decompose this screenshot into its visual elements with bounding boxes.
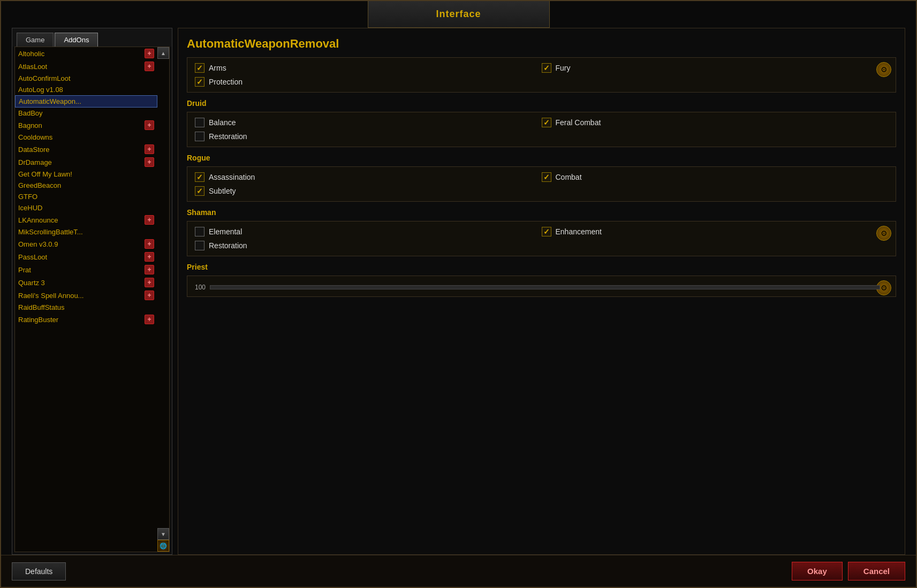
slider-left-value: 100 xyxy=(195,284,206,291)
addon-list-item[interactable]: BadBoy xyxy=(15,108,157,119)
checkbox-item[interactable]: Restoration xyxy=(195,241,542,250)
checkmark-icon: ✓ xyxy=(543,118,550,127)
addon-plus-icon[interactable]: + xyxy=(145,120,154,130)
checkbox-grid: ✓Assassination✓Combat✓Subtlety xyxy=(195,172,888,196)
addon-plus-icon[interactable]: + xyxy=(145,215,154,225)
addon-item-name: DataStore xyxy=(18,146,50,154)
addon-list-item[interactable]: Altoholic+ xyxy=(15,47,157,60)
checkbox-item[interactable]: Restoration xyxy=(195,132,542,141)
checkbox-box[interactable] xyxy=(195,227,204,236)
checkbox-item[interactable]: ✓Enhancement xyxy=(542,227,889,236)
section-settings-icon[interactable]: ⚙ xyxy=(876,62,891,77)
addon-list-item[interactable]: Prat+ xyxy=(15,263,157,276)
checkbox-box[interactable]: ✓ xyxy=(195,186,204,196)
checkbox-box[interactable]: ✓ xyxy=(542,118,551,127)
checkbox-label: Enhancement xyxy=(556,227,602,236)
okay-button[interactable]: Okay xyxy=(792,562,843,581)
section-box: ✓Assassination✓Combat✓Subtlety xyxy=(187,166,896,202)
checkbox-label: Arms xyxy=(209,64,226,72)
addon-list-item[interactable]: IceHUD xyxy=(15,202,157,213)
addon-plus-icon[interactable]: + xyxy=(145,144,154,154)
checkmark-icon: ✓ xyxy=(196,64,203,72)
addon-plus-icon[interactable]: + xyxy=(145,157,154,167)
addon-plus-icon[interactable]: + xyxy=(145,239,154,249)
addon-list-item[interactable]: AutoLog v1.08 xyxy=(15,84,157,95)
addon-item-name: Raeli's Spell Annou... xyxy=(18,292,84,300)
tab-game[interactable]: Game xyxy=(17,33,54,47)
addon-list-item[interactable]: GTFO xyxy=(15,191,157,202)
addon-list[interactable]: Altoholic+AtlasLoot+AutoConfirmLootAutoL… xyxy=(15,47,169,552)
addon-list-item[interactable]: MikScrollingBattleT... xyxy=(15,226,157,238)
addon-plus-icon[interactable]: + xyxy=(145,278,154,287)
addon-list-item[interactable]: Bagnon+ xyxy=(15,119,157,132)
scroll-down-button[interactable]: ▼ xyxy=(157,528,169,540)
section-box: ⚙✓Arms✓Fury✓Protection xyxy=(187,57,896,93)
addon-item-name: IceHUD xyxy=(18,204,43,212)
checkbox-label: Elemental xyxy=(209,227,242,236)
addon-list-item[interactable]: RatingBuster+ xyxy=(15,313,157,326)
slider-track[interactable] xyxy=(210,285,880,289)
addon-plus-icon[interactable]: + xyxy=(145,315,154,324)
checkbox-item[interactable]: ✓Feral Combat xyxy=(542,118,889,127)
checkbox-label: Feral Combat xyxy=(556,118,601,127)
section-box: ⚙1000 xyxy=(187,276,896,297)
addon-list-item[interactable]: PassLoot+ xyxy=(15,250,157,263)
addon-title: AutomaticWeaponRemoval xyxy=(187,37,896,51)
addon-plus-icon[interactable]: + xyxy=(145,62,154,71)
checkbox-box[interactable]: ✓ xyxy=(542,172,551,182)
addon-list-item[interactable]: Quartz 3+ xyxy=(15,276,157,289)
tabs-container: Game AddOns xyxy=(12,28,172,47)
checkbox-box[interactable]: ✓ xyxy=(542,227,551,236)
addon-list-item[interactable]: RaidBuffStatus xyxy=(15,302,157,313)
checkbox-label: Restoration xyxy=(209,241,247,250)
addon-item-name: AutoConfirmLoot xyxy=(18,74,71,82)
left-panel: Game AddOns ▲ Altoholic+AtlasLoot+AutoCo… xyxy=(12,28,172,555)
addon-plus-icon[interactable]: + xyxy=(145,291,154,300)
checkbox-box[interactable]: ✓ xyxy=(195,172,204,182)
addon-plus-icon[interactable]: + xyxy=(145,252,154,262)
addon-list-item[interactable]: Get Off My Lawn! xyxy=(15,169,157,180)
addon-plus-icon[interactable]: + xyxy=(145,265,154,274)
addon-list-item[interactable]: AtlasLoot+ xyxy=(15,60,157,73)
checkbox-item[interactable]: Elemental xyxy=(195,227,542,236)
addon-item-name: RatingBuster xyxy=(18,316,58,324)
section-settings-icon[interactable]: ⚙ xyxy=(876,226,891,241)
addon-list-item[interactable]: Cooldowns xyxy=(15,132,157,143)
checkmark-icon: ✓ xyxy=(543,173,550,181)
addon-list-item[interactable]: AutoConfirmLoot xyxy=(15,73,157,84)
addon-item-name: AutoLog v1.08 xyxy=(18,86,63,94)
checkbox-label: Assassination xyxy=(209,173,255,181)
defaults-button[interactable]: Defaults xyxy=(12,562,66,581)
cancel-button[interactable]: Cancel xyxy=(848,562,905,581)
tab-addons[interactable]: AddOns xyxy=(55,33,98,47)
checkbox-item[interactable]: ✓Protection xyxy=(195,77,542,87)
checkbox-box[interactable]: ✓ xyxy=(195,77,204,87)
world-icon-bottom[interactable]: 🌐 xyxy=(157,540,169,552)
checkbox-box[interactable] xyxy=(195,118,204,127)
addon-list-item[interactable]: DataStore+ xyxy=(15,143,157,156)
checkbox-box[interactable]: ✓ xyxy=(542,63,551,73)
checkbox-item[interactable]: ✓Arms xyxy=(195,63,542,73)
checkmark-icon: ✓ xyxy=(196,173,203,181)
title-bar: Interface xyxy=(368,1,550,28)
checkbox-item[interactable]: ✓Subtlety xyxy=(195,186,542,196)
checkbox-label: Protection xyxy=(209,78,242,86)
addon-list-item[interactable]: DrDamage+ xyxy=(15,156,157,169)
addon-list-item[interactable]: GreedBeacon xyxy=(15,180,157,191)
addon-item-name: Prat xyxy=(18,266,31,274)
checkbox-item[interactable]: ✓Fury xyxy=(542,63,889,73)
scroll-up-button[interactable]: ▲ xyxy=(157,47,169,59)
addon-list-item[interactable]: Raeli's Spell Annou...+ xyxy=(15,289,157,302)
checkbox-box[interactable] xyxy=(195,241,204,250)
checkbox-item[interactable]: ✓Combat xyxy=(542,172,889,182)
content-area: Game AddOns ▲ Altoholic+AtlasLoot+AutoCo… xyxy=(12,28,905,555)
addon-plus-icon[interactable]: + xyxy=(145,49,154,58)
addon-list-item[interactable]: LKAnnounce+ xyxy=(15,213,157,226)
checkbox-item[interactable]: Balance xyxy=(195,118,542,127)
addon-list-item[interactable]: Omen v3.0.9+ xyxy=(15,238,157,250)
checkbox-box[interactable]: ✓ xyxy=(195,63,204,73)
checkbox-item[interactable]: ✓Assassination xyxy=(195,172,542,182)
addon-list-item[interactable]: AutomaticWeapon... xyxy=(15,95,157,108)
addon-item-name: PassLoot xyxy=(18,253,47,261)
checkbox-box[interactable] xyxy=(195,132,204,141)
